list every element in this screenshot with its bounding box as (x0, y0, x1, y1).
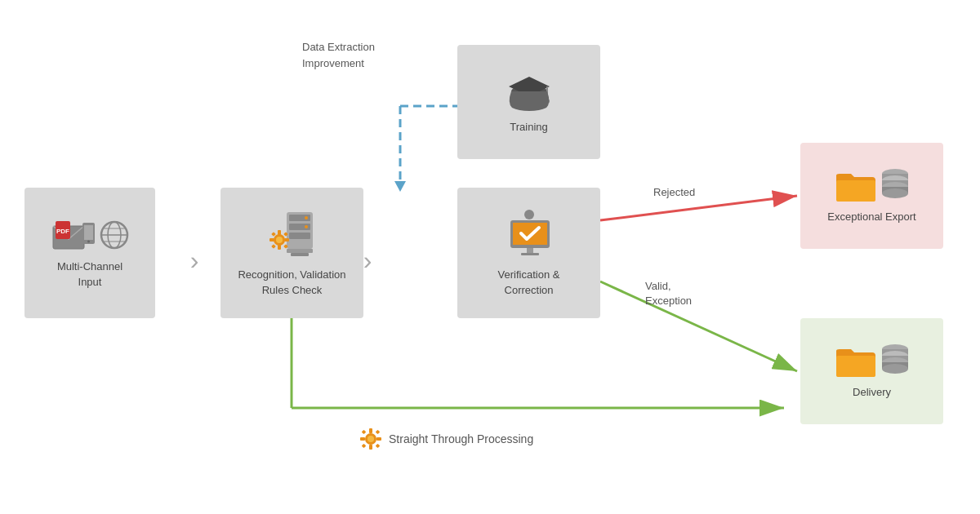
svg-rect-37 (287, 249, 313, 253)
svg-rect-72 (362, 444, 367, 449)
db-delivery-icon (880, 343, 910, 379)
svg-rect-68 (360, 437, 365, 441)
svg-rect-38 (291, 253, 309, 256)
multi-channel-label: Multi-ChannelInput (57, 259, 122, 289)
svg-point-43 (524, 210, 534, 219)
verification-icon (498, 208, 559, 261)
svg-rect-70 (362, 430, 367, 435)
svg-point-15 (87, 241, 90, 243)
svg-rect-73 (376, 444, 381, 449)
delivery-label: Delivery (853, 385, 891, 400)
svg-rect-71 (376, 430, 381, 435)
box-exceptional: Exceptional Export (800, 143, 943, 249)
folder-exceptional-icon (835, 167, 877, 203)
svg-rect-42 (521, 253, 539, 255)
folder-delivery-icon (835, 343, 877, 379)
svg-point-63 (882, 364, 908, 374)
valid-exception-label: Valid,Exception (645, 279, 692, 308)
exceptional-label: Exceptional Export (827, 210, 915, 224)
svg-point-55 (882, 188, 908, 198)
box-verification: Verification &Correction (457, 188, 600, 318)
training-label: Training (510, 120, 547, 135)
svg-marker-6 (394, 181, 406, 192)
flow-diagram: › › PDF (0, 0, 980, 514)
svg-rect-31 (270, 238, 274, 241)
svg-rect-33 (271, 232, 276, 237)
box-recognition: Recognition, ValidationRules Check (220, 188, 363, 318)
svg-point-65 (368, 436, 374, 442)
svg-rect-66 (369, 428, 372, 433)
box-multi-channel-input: PDF Multi-ChannelInput (24, 188, 155, 318)
recognition-label: Recognition, ValidationRules Check (238, 268, 345, 297)
recognition-icon (264, 208, 321, 261)
svg-rect-14 (84, 225, 93, 240)
training-icon (501, 69, 558, 113)
svg-rect-24 (289, 233, 310, 239)
db-exceptional-icon (880, 167, 910, 203)
svg-point-25 (305, 216, 308, 219)
svg-rect-56 (836, 356, 875, 377)
envelope-icon: PDF (51, 216, 96, 253)
svg-rect-41 (527, 248, 533, 253)
svg-rect-30 (278, 245, 281, 250)
verification-label: Verification &Correction (498, 268, 560, 297)
svg-rect-29 (278, 230, 281, 235)
stp-label: Straight Through Processing (389, 432, 533, 445)
box-training: Training (457, 45, 600, 159)
chevron-input-recognition: › (190, 246, 199, 275)
svg-point-28 (276, 237, 283, 243)
multi-channel-icons: PDF (51, 216, 129, 253)
svg-rect-32 (284, 238, 289, 241)
svg-rect-40 (513, 223, 547, 245)
stp-container: Straight Through Processing (359, 428, 533, 450)
svg-line-8 (600, 281, 797, 371)
box-delivery: Delivery (800, 318, 943, 424)
rejected-label: Rejected (653, 186, 695, 198)
svg-rect-69 (376, 437, 381, 441)
svg-rect-35 (271, 244, 276, 249)
stp-gear-icon (359, 428, 382, 450)
globe-icon (100, 220, 129, 250)
chevron-recognition-verification: › (363, 246, 372, 275)
svg-rect-67 (369, 445, 372, 450)
svg-text:PDF: PDF (56, 228, 69, 235)
svg-line-7 (600, 196, 797, 220)
svg-rect-48 (836, 180, 875, 202)
data-extraction-label: Data ExtractionImprovement (302, 39, 375, 71)
svg-point-26 (305, 225, 308, 228)
